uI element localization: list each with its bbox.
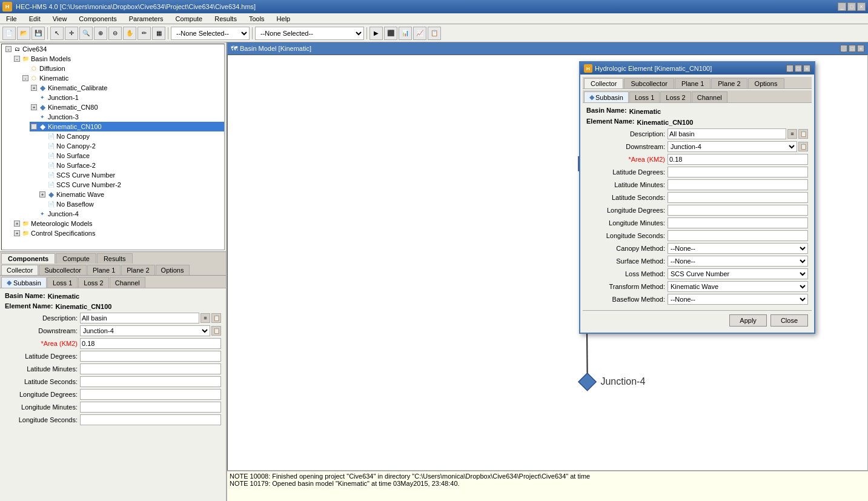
form-lat-sec-input[interactable] [80, 376, 221, 387]
apply-button[interactable]: Apply [729, 314, 767, 327]
toolbar-move[interactable]: ✛ [65, 27, 78, 40]
tab-compute[interactable]: Compute [56, 253, 96, 264]
tree-control-specs[interactable]: + 📁 Control Specifications [13, 228, 224, 238]
etab-plane1[interactable]: Plane 1 [87, 265, 121, 275]
toolbar-zoom[interactable]: 🔍 [79, 27, 93, 40]
etab-collector[interactable]: Collector [1, 265, 38, 275]
menu-tools[interactable]: Tools [245, 15, 268, 23]
tree-no-canopy-2[interactable]: 📄 No Canopy-2 [38, 141, 224, 151]
toolbar-open[interactable]: 📂 [17, 27, 30, 40]
tree-junction-4[interactable]: ✦ Junction-4 [30, 209, 224, 219]
hydro-tab-options[interactable]: Options [748, 78, 784, 88]
tree-kinematic-cn100[interactable]: - ◆ Kinematic_CN100 [30, 122, 224, 131]
tree-junction-3[interactable]: ✦ Junction-3 [30, 112, 224, 122]
form-desc-btn1[interactable]: ≡ [200, 313, 210, 323]
hydro-stab-loss2[interactable]: Loss 2 [660, 91, 691, 102]
hydro-dialog-controls[interactable]: _ □ × [786, 65, 810, 72]
hydro-canopy-select[interactable]: --None-- [668, 243, 808, 254]
toolbar-new[interactable]: 📄 [2, 27, 16, 40]
form-area-input[interactable] [80, 338, 221, 349]
cn100-expand[interactable]: - [31, 124, 37, 130]
tree-kinematic-calibrate[interactable]: + ◆ Kinematic_Calibrate [30, 83, 224, 93]
menu-view[interactable]: View [49, 15, 71, 23]
tree-scs-curve-2[interactable]: 📄 SCS Curve Number-2 [38, 180, 224, 190]
hydro-transform-select[interactable]: Kinematic Wave [668, 281, 808, 292]
hydro-max-btn[interactable]: □ [795, 65, 802, 72]
hydro-close-btn[interactable]: × [803, 65, 810, 72]
toolbar-pan[interactable]: ✋ [123, 27, 136, 40]
basin-canvas[interactable]: Kinematic_CN100 Junction-4 H Hydrologic … [227, 55, 868, 471]
tree-root[interactable]: - 🗂 Cive634 [4, 44, 224, 54]
toolbar-results1[interactable]: 📊 [399, 27, 412, 40]
hydro-desc-btn1[interactable]: ≡ [787, 129, 797, 139]
form-downstream-btn[interactable]: 📋 [211, 326, 221, 336]
form-lat-deg-input[interactable] [80, 351, 221, 362]
hydro-lon-deg-input[interactable] [668, 205, 808, 216]
maximize-button[interactable]: □ [847, 2, 856, 11]
hydro-downstream-btn[interactable]: 📋 [798, 142, 808, 151]
tree-junction-1[interactable]: ✦ Junction-1 [30, 93, 224, 102]
form-downstream-select[interactable]: Junction-4 [80, 325, 210, 336]
kw-expand[interactable]: + [39, 191, 45, 197]
form-desc-btn2[interactable]: 📋 [211, 313, 221, 323]
hydro-stab-loss1[interactable]: Loss 1 [629, 91, 660, 102]
toolbar-subbasin[interactable]: ▦ [152, 27, 165, 40]
toolbar-met-dropdown[interactable]: --None Selected-- [255, 27, 364, 40]
hydro-tab-collector[interactable]: Collector [584, 78, 623, 88]
tab-components[interactable]: Components [1, 253, 55, 264]
basin-max-btn[interactable]: □ [849, 45, 856, 52]
hydro-stab-subbasin[interactable]: ◆ Subbasin [584, 91, 629, 102]
toolbar-save[interactable]: 💾 [31, 27, 45, 40]
close-dialog-button[interactable]: Close [770, 314, 808, 327]
etab-subcollector[interactable]: Subcollector [39, 265, 87, 275]
project-tree[interactable]: - 🗂 Cive634 - 📁 Basin Models ⬡ Diffusion… [1, 44, 225, 250]
hydro-surface-select[interactable]: --None-- [668, 256, 808, 267]
stab-loss2[interactable]: Loss 2 [78, 277, 108, 288]
toolbar-zoomin[interactable]: ⊕ [94, 27, 107, 40]
hydro-tab-plane2[interactable]: Plane 2 [711, 78, 747, 88]
tab-results[interactable]: Results [97, 253, 133, 264]
toolbar-zoomout[interactable]: ⊖ [108, 27, 122, 40]
tree-no-canopy[interactable]: 📄 No Canopy [38, 131, 224, 141]
tree-kinematic[interactable]: - ⬡ Kinematic [21, 73, 224, 83]
hydro-downstream-select[interactable]: Junction-4 [668, 141, 797, 152]
ctrl-expand[interactable]: + [14, 230, 20, 236]
hydro-lat-sec-input[interactable] [668, 192, 808, 203]
tree-kinematic-cn80[interactable]: + ◆ Kinematic_CN80 [30, 102, 224, 112]
basin-min-btn[interactable]: _ [840, 45, 847, 52]
toolbar-results2[interactable]: 📈 [413, 27, 426, 40]
tree-basin-models[interactable]: - 📁 Basin Models [13, 54, 224, 64]
met-expand[interactable]: + [14, 221, 20, 227]
window-controls[interactable]: _ □ × [838, 2, 866, 11]
form-desc-input[interactable] [80, 313, 199, 323]
toolbar-arrow[interactable]: ↖ [50, 27, 64, 40]
hydro-loss-select[interactable]: SCS Curve Number [668, 268, 808, 279]
kinematic-expand[interactable]: - [22, 75, 28, 81]
hydro-min-btn[interactable]: _ [786, 65, 793, 72]
stab-channel[interactable]: Channel [110, 277, 145, 288]
etab-plane2[interactable]: Plane 2 [121, 265, 154, 275]
tree-kinematic-wave[interactable]: + ◆ Kinematic Wave [38, 190, 224, 199]
hydro-lon-sec-input[interactable] [668, 230, 808, 241]
menu-results[interactable]: Results [211, 15, 240, 23]
hydro-tab-plane1[interactable]: Plane 1 [675, 78, 711, 88]
hydro-lat-deg-input[interactable] [668, 167, 808, 178]
hydro-lat-min-input[interactable] [668, 179, 808, 190]
node-junction-4[interactable]: Junction-4 [578, 373, 645, 391]
form-lon-deg-input[interactable] [80, 389, 221, 400]
menu-edit[interactable]: Edit [25, 15, 44, 23]
toolbar-draw[interactable]: ✏ [137, 27, 151, 40]
toolbar-stop[interactable]: ⬛ [384, 27, 397, 40]
toolbar-run-dropdown[interactable]: --None Selected-- [171, 27, 250, 40]
hydro-lon-min-input[interactable] [668, 217, 808, 228]
basin-models-expand[interactable]: - [14, 56, 20, 62]
menu-compute[interactable]: Compute [172, 15, 207, 23]
menu-help[interactable]: Help [273, 15, 294, 23]
tree-scs-curve[interactable]: 📄 SCS Curve Number [38, 170, 224, 180]
kin-cal-expand[interactable]: + [31, 85, 37, 91]
toolbar-run-btn[interactable]: ▶ [369, 27, 383, 40]
form-lon-sec-input[interactable] [80, 414, 221, 425]
stab-subbasin[interactable]: ◆ Subbasin [1, 277, 47, 288]
tree-met-models[interactable]: + 📁 Meteorologic Models [13, 219, 224, 228]
form-lat-min-input[interactable] [80, 363, 221, 374]
